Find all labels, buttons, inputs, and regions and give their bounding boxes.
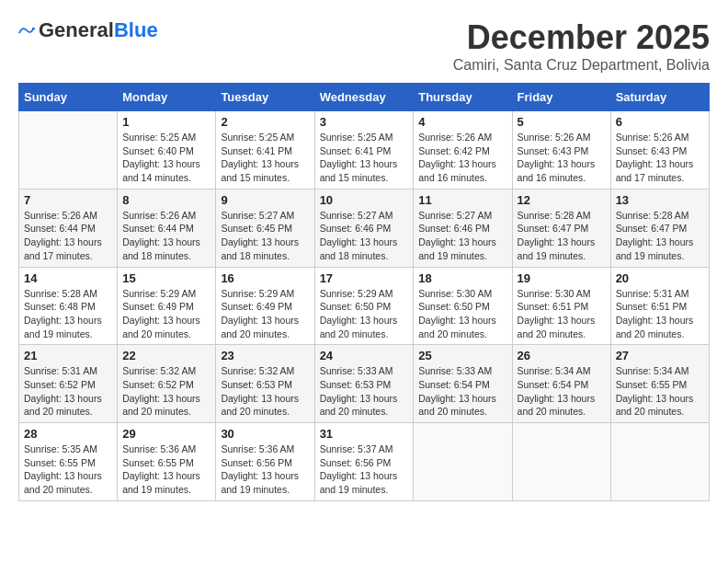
day-number: 5	[518, 115, 606, 129]
sunrise-text: Sunrise: 5:29 AM	[221, 288, 294, 299]
daylight-text: Daylight: 13 hours and 20 minutes.	[616, 393, 694, 418]
day-info: Sunrise: 5:29 AMSunset: 6:50 PMDaylight:…	[320, 287, 409, 341]
day-info: Sunrise: 5:26 AMSunset: 6:44 PMDaylight:…	[24, 209, 112, 263]
daylight-text: Daylight: 13 hours and 15 minutes.	[221, 158, 299, 183]
sunrise-text: Sunrise: 5:25 AM	[122, 132, 196, 143]
sunset-text: Sunset: 6:51 PM	[616, 301, 688, 312]
day-info: Sunrise: 5:32 AMSunset: 6:52 PMDaylight:…	[122, 364, 210, 419]
daylight-text: Daylight: 13 hours and 18 minutes.	[320, 236, 398, 261]
day-number: 21	[24, 349, 112, 362]
day-info: Sunrise: 5:27 AMSunset: 6:45 PMDaylight:…	[221, 209, 309, 263]
table-row: 26Sunrise: 5:34 AMSunset: 6:54 PMDayligh…	[512, 345, 610, 423]
table-row: 13Sunrise: 5:28 AMSunset: 6:47 PMDayligh…	[610, 189, 709, 267]
day-info: Sunrise: 5:33 AMSunset: 6:54 PMDaylight:…	[418, 364, 506, 419]
sunrise-text: Sunrise: 5:33 AM	[418, 365, 492, 376]
day-info: Sunrise: 5:31 AMSunset: 6:51 PMDaylight:…	[616, 287, 704, 341]
day-info: Sunrise: 5:30 AMSunset: 6:50 PMDaylight:…	[418, 287, 506, 341]
daylight-text: Daylight: 13 hours and 19 minutes.	[418, 236, 496, 261]
day-number: 18	[418, 271, 506, 285]
day-info: Sunrise: 5:25 AMSunset: 6:41 PMDaylight:…	[221, 131, 309, 185]
sunset-text: Sunset: 6:51 PM	[518, 301, 589, 312]
header-monday: Monday	[118, 84, 216, 111]
sunrise-text: Sunrise: 5:33 AM	[320, 365, 393, 376]
sunrise-text: Sunrise: 5:36 AM	[122, 443, 196, 454]
sunrise-text: Sunrise: 5:29 AM	[122, 288, 196, 299]
daylight-text: Daylight: 13 hours and 20 minutes.	[24, 470, 102, 495]
day-info: Sunrise: 5:31 AMSunset: 6:52 PMDaylight:…	[24, 364, 112, 419]
table-row	[414, 423, 512, 501]
daylight-text: Daylight: 13 hours and 19 minutes.	[518, 236, 596, 261]
day-number: 25	[418, 349, 506, 362]
sunset-text: Sunset: 6:44 PM	[24, 223, 96, 234]
sunset-text: Sunset: 6:54 PM	[518, 379, 589, 390]
day-number: 17	[320, 271, 409, 285]
day-number: 4	[418, 115, 506, 129]
sunset-text: Sunset: 6:41 PM	[221, 145, 292, 156]
day-number: 11	[418, 193, 506, 207]
sunrise-text: Sunrise: 5:26 AM	[122, 210, 196, 221]
day-number: 28	[24, 427, 112, 441]
daylight-text: Daylight: 13 hours and 20 minutes.	[122, 315, 200, 339]
header-friday: Friday	[512, 84, 610, 111]
sunset-text: Sunset: 6:43 PM	[518, 145, 589, 156]
day-number: 10	[320, 193, 409, 207]
daylight-text: Daylight: 13 hours and 20 minutes.	[122, 393, 200, 418]
sunrise-text: Sunrise: 5:27 AM	[221, 210, 294, 221]
sunset-text: Sunset: 6:50 PM	[320, 301, 392, 312]
sunrise-text: Sunrise: 5:34 AM	[616, 365, 689, 376]
daylight-text: Daylight: 13 hours and 20 minutes.	[221, 393, 299, 418]
table-row: 30Sunrise: 5:36 AMSunset: 6:56 PMDayligh…	[216, 423, 314, 501]
sunset-text: Sunset: 6:43 PM	[616, 145, 688, 156]
day-info: Sunrise: 5:36 AMSunset: 6:55 PMDaylight:…	[122, 442, 210, 497]
daylight-text: Daylight: 13 hours and 20 minutes.	[221, 315, 299, 339]
sunset-text: Sunset: 6:53 PM	[221, 379, 292, 390]
table-row: 17Sunrise: 5:29 AMSunset: 6:50 PMDayligh…	[314, 267, 414, 345]
sunset-text: Sunset: 6:52 PM	[24, 379, 96, 390]
day-info: Sunrise: 5:26 AMSunset: 6:43 PMDaylight:…	[518, 131, 606, 185]
day-number: 15	[122, 271, 210, 285]
day-number: 2	[221, 115, 309, 129]
calendar-header-row: Sunday Monday Tuesday Wednesday Thursday…	[19, 84, 710, 111]
daylight-text: Daylight: 13 hours and 19 minutes.	[221, 470, 299, 495]
sunset-text: Sunset: 6:41 PM	[320, 145, 392, 156]
sunset-text: Sunset: 6:55 PM	[616, 379, 688, 390]
header-sunday: Sunday	[19, 84, 118, 111]
daylight-text: Daylight: 13 hours and 18 minutes.	[221, 236, 299, 261]
sunset-text: Sunset: 6:56 PM	[221, 457, 292, 468]
table-row: 16Sunrise: 5:29 AMSunset: 6:49 PMDayligh…	[216, 267, 314, 345]
table-row: 15Sunrise: 5:29 AMSunset: 6:49 PMDayligh…	[118, 267, 216, 345]
day-number: 9	[221, 193, 309, 207]
daylight-text: Daylight: 13 hours and 20 minutes.	[320, 315, 398, 339]
daylight-text: Daylight: 13 hours and 20 minutes.	[418, 393, 496, 418]
day-info: Sunrise: 5:28 AMSunset: 6:48 PMDaylight:…	[24, 287, 112, 341]
sunrise-text: Sunrise: 5:28 AM	[24, 288, 97, 299]
calendar-week-row: 1Sunrise: 5:25 AMSunset: 6:40 PMDaylight…	[19, 111, 710, 190]
sunrise-text: Sunrise: 5:30 AM	[518, 288, 591, 299]
day-info: Sunrise: 5:26 AMSunset: 6:44 PMDaylight:…	[122, 209, 210, 263]
sunrise-text: Sunrise: 5:27 AM	[320, 210, 393, 221]
day-number: 26	[518, 349, 606, 362]
day-info: Sunrise: 5:34 AMSunset: 6:54 PMDaylight:…	[518, 364, 606, 419]
table-row: 3Sunrise: 5:25 AMSunset: 6:41 PMDaylight…	[314, 111, 414, 190]
daylight-text: Daylight: 13 hours and 19 minutes.	[320, 470, 398, 495]
sunrise-text: Sunrise: 5:36 AM	[221, 443, 294, 454]
day-info: Sunrise: 5:29 AMSunset: 6:49 PMDaylight:…	[122, 287, 210, 341]
sunrise-text: Sunrise: 5:32 AM	[122, 365, 196, 376]
daylight-text: Daylight: 13 hours and 20 minutes.	[518, 393, 596, 418]
day-number: 24	[320, 349, 409, 362]
sunset-text: Sunset: 6:44 PM	[122, 223, 194, 234]
day-info: Sunrise: 5:32 AMSunset: 6:53 PMDaylight:…	[221, 364, 309, 419]
table-row: 21Sunrise: 5:31 AMSunset: 6:52 PMDayligh…	[19, 345, 118, 423]
sunset-text: Sunset: 6:50 PM	[418, 301, 490, 312]
sunrise-text: Sunrise: 5:31 AM	[616, 288, 689, 299]
table-row: 9Sunrise: 5:27 AMSunset: 6:45 PMDaylight…	[216, 189, 314, 267]
table-row: 31Sunrise: 5:37 AMSunset: 6:56 PMDayligh…	[314, 423, 414, 501]
daylight-text: Daylight: 13 hours and 14 minutes.	[122, 158, 200, 183]
day-number: 14	[24, 271, 112, 285]
table-row: 12Sunrise: 5:28 AMSunset: 6:47 PMDayligh…	[512, 189, 610, 267]
daylight-text: Daylight: 13 hours and 15 minutes.	[320, 158, 398, 183]
table-row: 23Sunrise: 5:32 AMSunset: 6:53 PMDayligh…	[216, 345, 314, 423]
sunset-text: Sunset: 6:56 PM	[320, 457, 392, 468]
table-row: 11Sunrise: 5:27 AMSunset: 6:46 PMDayligh…	[414, 189, 512, 267]
logo-icon	[18, 24, 35, 37]
